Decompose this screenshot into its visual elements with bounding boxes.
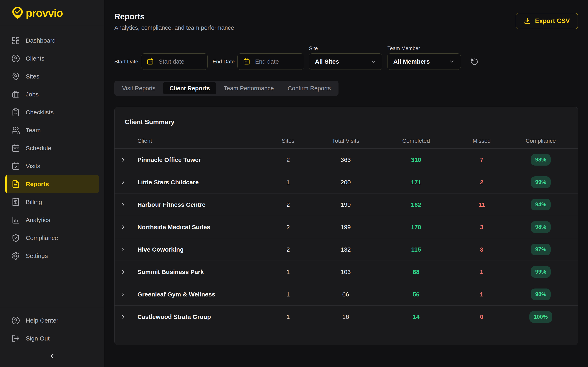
table-row[interactable]: Northside Medical Suites 2 199 170 3 98% xyxy=(114,216,578,238)
user-circle-icon xyxy=(11,54,20,63)
site-filter-group: Site All Sites xyxy=(309,45,382,70)
client-name: Little Stars Childcare xyxy=(132,179,258,186)
expand-row-icon[interactable] xyxy=(120,202,126,208)
client-summary-card: Client Summary Client Sites Total Visits… xyxy=(114,107,578,345)
sidebar-item-checklists[interactable]: Checklists xyxy=(0,103,104,121)
expand-row-icon[interactable] xyxy=(120,247,126,252)
compliance-badge: 97% xyxy=(531,244,550,255)
tab-visit-reports[interactable]: Visit Reports xyxy=(116,82,162,94)
total-visits: 66 xyxy=(319,291,373,298)
sidebar-item-label: Reports xyxy=(26,181,49,188)
completed-count: 14 xyxy=(373,313,459,320)
sidebar-item-settings[interactable]: Settings xyxy=(0,247,104,265)
sites-count: 1 xyxy=(258,179,319,186)
table-row[interactable]: Castlewood Strata Group 1 16 14 0 100% xyxy=(114,306,578,328)
export-csv-label: Export CSV xyxy=(535,17,570,25)
app-logo: provvio xyxy=(0,0,104,26)
sites-count: 1 xyxy=(258,268,319,275)
page-title: Reports xyxy=(114,12,578,21)
total-visits: 16 xyxy=(319,313,373,320)
column-header-sites: Sites xyxy=(258,138,319,144)
sidebar-nav: Dashboard Clients Sites Jobs Checklists … xyxy=(0,26,104,265)
start-date-placeholder: Start date xyxy=(159,58,184,65)
expand-row-icon[interactable] xyxy=(120,179,126,185)
sidebar-item-help-center[interactable]: Help Center xyxy=(0,312,104,329)
completed-count: 115 xyxy=(373,246,459,253)
tab-confirm-reports[interactable]: Confirm Reports xyxy=(281,82,337,94)
sidebar-item-label: Visits xyxy=(26,163,40,170)
sidebar-item-reports[interactable]: Reports xyxy=(5,175,99,193)
completed-count: 170 xyxy=(373,224,459,231)
calendar-icon xyxy=(147,58,154,65)
card-title: Client Summary xyxy=(114,107,578,126)
calendar-icon xyxy=(243,58,250,65)
reset-filters-button[interactable] xyxy=(471,58,478,66)
client-name: Northside Medical Suites xyxy=(132,224,258,231)
sites-count: 2 xyxy=(258,201,319,208)
sidebar-item-billing[interactable]: Billing xyxy=(0,193,104,211)
table-row[interactable]: Little Stars Childcare 1 200 171 2 99% xyxy=(114,171,578,193)
team-member-select-value: All Members xyxy=(393,58,430,65)
sidebar-item-jobs[interactable]: Jobs xyxy=(0,85,104,103)
total-visits: 363 xyxy=(319,156,373,163)
briefcase-icon xyxy=(11,90,20,99)
table-row[interactable]: Greenleaf Gym & Wellness 1 66 56 1 98% xyxy=(114,283,578,306)
expand-row-icon[interactable] xyxy=(120,314,126,320)
sidebar-item-sites[interactable]: Sites xyxy=(0,67,104,85)
completed-count: 56 xyxy=(373,291,459,298)
column-header-missed: Missed xyxy=(459,138,504,144)
page-header: Reports Analytics, compliance, and team … xyxy=(114,12,578,31)
expand-row-icon[interactable] xyxy=(120,292,126,297)
site-select[interactable]: All Sites xyxy=(309,53,382,70)
team-member-filter-label: Team Member xyxy=(387,45,461,51)
filters-bar: Start Date Start date End Date End date … xyxy=(114,45,578,70)
end-date-input[interactable]: End date xyxy=(237,53,304,70)
sidebar-item-schedule[interactable]: Schedule xyxy=(0,139,104,157)
tab-team-performance[interactable]: Team Performance xyxy=(217,82,280,94)
sidebar-item-label: Sites xyxy=(26,73,39,80)
client-name: Greenleaf Gym & Wellness xyxy=(132,291,258,298)
missed-count: 1 xyxy=(459,291,504,298)
table-row[interactable]: Harbour Fitness Centre 2 199 162 11 94% xyxy=(114,193,578,216)
sites-count: 2 xyxy=(258,224,319,231)
team-member-select[interactable]: All Members xyxy=(387,53,461,70)
sites-count: 1 xyxy=(258,291,319,298)
sidebar-item-dashboard[interactable]: Dashboard xyxy=(0,32,104,50)
sidebar-item-sign-out[interactable]: Sign Out xyxy=(0,329,104,347)
sidebar-item-label: Billing xyxy=(26,199,42,206)
table-row[interactable]: Pinnacle Office Tower 2 363 310 7 98% xyxy=(114,149,578,171)
sidebar-item-visits[interactable]: Visits xyxy=(0,157,104,175)
start-date-label: Start Date xyxy=(114,58,138,65)
compliance-badge: 100% xyxy=(529,311,552,323)
sidebar-item-label: Schedule xyxy=(26,145,51,152)
completed-count: 171 xyxy=(373,179,459,186)
chevron-down-icon xyxy=(370,58,376,65)
sidebar-item-analytics[interactable]: Analytics xyxy=(0,211,104,229)
sidebar-item-compliance[interactable]: Compliance xyxy=(0,229,104,247)
file-text-icon xyxy=(11,180,20,188)
completed-count: 162 xyxy=(373,201,459,208)
table-row[interactable]: Summit Business Park 1 103 88 1 99% xyxy=(114,261,578,283)
column-header-total-visits: Total Visits xyxy=(319,138,373,144)
missed-count: 2 xyxy=(459,179,504,186)
collapse-sidebar-icon[interactable] xyxy=(48,352,56,360)
expand-row-icon[interactable] xyxy=(120,269,126,275)
sidebar-item-label: Settings xyxy=(26,252,48,259)
gear-icon xyxy=(11,252,20,260)
missed-count: 11 xyxy=(459,201,504,208)
sidebar-item-label: Analytics xyxy=(26,217,50,224)
table-row[interactable]: Hive Coworking 2 132 115 3 97% xyxy=(114,238,578,261)
total-visits: 199 xyxy=(319,224,373,231)
start-date-input[interactable]: Start date xyxy=(141,53,208,70)
sidebar-item-label: Jobs xyxy=(26,91,39,98)
sidebar-item-clients[interactable]: Clients xyxy=(0,50,104,67)
start-date-group: Start Date Start date xyxy=(114,53,208,70)
export-csv-button[interactable]: Export CSV xyxy=(516,13,578,29)
tab-client-reports[interactable]: Client Reports xyxy=(163,82,216,94)
expand-row-icon[interactable] xyxy=(120,224,126,230)
expand-row-icon[interactable] xyxy=(120,157,126,163)
sites-count: 1 xyxy=(258,313,319,320)
chevron-down-icon xyxy=(449,58,455,65)
end-date-placeholder: End date xyxy=(255,58,279,65)
sidebar-item-team[interactable]: Team xyxy=(0,121,104,139)
